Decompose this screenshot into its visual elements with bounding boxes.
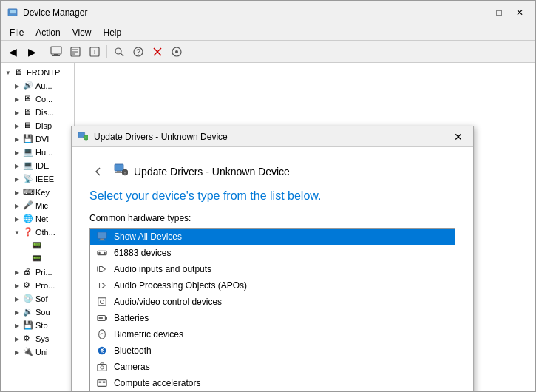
tree-root[interactable]: ▼ 🖥 FRONTP	[1, 66, 74, 79]
maximize-button[interactable]: □	[489, 5, 509, 20]
toolbar-computer-button[interactable]	[47, 43, 65, 61]
item-label: Oth...	[35, 228, 55, 237]
expand-icon	[21, 254, 30, 263]
window-title: Device Manager	[23, 7, 469, 18]
svg-rect-24	[115, 172, 123, 173]
list-item-audio_io[interactable]: Audio inputs and outputs	[90, 261, 455, 277]
minimize-button[interactable]: –	[469, 5, 488, 20]
tree-item-oth[interactable]: ▼ ❓ Oth...	[1, 226, 74, 239]
list-item-compute_acc[interactable]: Compute accelerators	[90, 375, 455, 391]
title-bar-controls: – □ ✕	[469, 5, 529, 20]
toolbar-properties-button[interactable]	[67, 43, 84, 61]
list-item-text-av_control: Audio/video control devices	[114, 297, 222, 307]
tree-item-dvi[interactable]: ▶ 💾 DVI	[1, 132, 74, 146]
toolbar-target-button[interactable]	[168, 43, 186, 61]
dialog-close-button[interactable]: ✕	[450, 129, 467, 144]
menu-bar: File Action View Help	[1, 24, 535, 41]
item-icon: 🖥	[23, 121, 33, 131]
toolbar-update-button[interactable]: !	[86, 43, 104, 61]
tree-item-sou[interactable]: ▶ 🔉 Sou	[1, 305, 74, 319]
svg-point-18	[175, 50, 178, 53]
item-icon: 🔉	[23, 307, 33, 317]
toolbar-uninstall-button[interactable]	[149, 43, 166, 61]
title-bar-icon	[7, 7, 18, 18]
list-item-text-batteries: Batteries	[114, 313, 149, 323]
toolbar-help-button[interactable]: ?	[129, 43, 147, 61]
list-item-icon-bluetooth	[96, 345, 108, 356]
item-icon: 💿	[23, 294, 33, 304]
list-item-text-61883: 61883 devices	[114, 248, 171, 258]
list-item-show_all[interactable]: Show All Devices	[90, 229, 455, 245]
section-label: Common hardware types:	[89, 213, 455, 223]
list-item-av_control[interactable]: Audio/video control devices	[90, 294, 455, 310]
dialog-header-driver-icon: ↑	[113, 162, 128, 180]
menu-item-file[interactable]: File	[4, 26, 30, 39]
hardware-type-list-container: Show All Devices61883 devicesAudio input…	[89, 228, 455, 391]
list-item-text-cameras: Cameras	[114, 362, 150, 372]
dialog-heading: Select your device's type from the list …	[89, 189, 455, 203]
list-item-icon-av_control	[96, 296, 108, 308]
tree-item-au[interactable]: ▶ 🔊 Au...	[1, 79, 74, 92]
tree-item-ieee[interactable]: ▶ 📡 IEEE	[1, 172, 74, 186]
list-item-text-biometric: Biometric devices	[114, 329, 183, 339]
toolbar-back-button[interactable]: ◀	[4, 43, 21, 61]
list-item-icon-show_all	[96, 231, 108, 243]
svg-point-37	[100, 300, 104, 303]
expand-icon: ▶	[13, 214, 21, 223]
item-icon: 💾	[23, 320, 33, 331]
svg-point-32	[104, 252, 106, 254]
tree-item-net[interactable]: ▶ 🌐 Net	[1, 212, 74, 226]
tree-pane: ▼ 🖥 FRONTP ▶ 🔊 Au... ▶ 🖥 Co... ▶ 🖥 Dis..…	[1, 63, 75, 391]
hardware-type-list[interactable]: Show All Devices61883 devicesAudio input…	[90, 229, 455, 391]
list-item-bluetooth[interactable]: Bluetooth	[90, 342, 455, 359]
item-label: DVI	[35, 135, 49, 143]
title-bar: Device Manager – □ ✕	[1, 1, 535, 24]
list-item-cameras[interactable]: Cameras	[90, 359, 455, 375]
svg-rect-46	[99, 381, 102, 383]
item-label: Sou	[35, 308, 50, 317]
tree-item-pro[interactable]: ▶ ⚙ Pro...	[1, 279, 74, 292]
expand-icon: ▶	[13, 334, 21, 343]
main-content: ▼ 🖥 FRONTP ▶ 🔊 Au... ▶ 🖥 Co... ▶ 🖥 Dis..…	[1, 63, 535, 391]
svg-text:↑: ↑	[124, 171, 126, 175]
toolbar-scan-button[interactable]	[110, 43, 128, 61]
tree-item-oth-child2[interactable]: 📟	[1, 252, 74, 266]
tree-item-sto[interactable]: ▶ 💾 Sto	[1, 319, 74, 332]
list-item-apo[interactable]: Audio Processing Objects (APOs)	[90, 277, 455, 294]
expand-icon: ▶	[13, 81, 21, 90]
dialog-back-button[interactable]	[89, 163, 107, 180]
tree-item-hu[interactable]: ▶ 💻 Hu...	[1, 146, 74, 159]
tree-item-key[interactable]: ▶ ⌨ Key	[1, 186, 74, 199]
tree-item-sof[interactable]: ▶ 💿 Sof	[1, 292, 74, 305]
tree-item-co[interactable]: ▶ 🖥 Co...	[1, 92, 74, 106]
toolbar-forward-button[interactable]: ▶	[23, 43, 41, 61]
toolbar-separator-2	[106, 45, 107, 58]
list-item-icon-audio_io	[96, 263, 108, 275]
menu-item-help[interactable]: Help	[98, 26, 128, 39]
expand-icon: ▶	[13, 201, 21, 210]
tree-item-sys[interactable]: ▶ ⚙ Sys	[1, 332, 74, 345]
dialog-title-bar: ↑ Update Drivers - Unknown Device ✕	[72, 126, 473, 147]
menu-item-action[interactable]: Action	[30, 26, 66, 39]
tree-item-ide[interactable]: ▶ 💻 IDE	[1, 159, 74, 172]
tree-item-disp[interactable]: ▶ 🖥 Disp	[1, 119, 74, 132]
list-item-batteries[interactable]: Batteries	[90, 310, 455, 326]
item-label: IEEE	[35, 175, 54, 183]
expand-icon: ▶	[13, 321, 21, 330]
tree-item-oth-child1[interactable]: 📟	[1, 239, 74, 252]
tree-item-uni[interactable]: ▶ 🔌 Uni	[1, 345, 74, 359]
item-label: Dis...	[35, 108, 54, 117]
item-label: IDE	[35, 161, 49, 170]
svg-rect-3	[54, 54, 58, 55]
update-drivers-dialog: ↑ Update Drivers - Unknown Device ✕	[71, 126, 474, 391]
svg-rect-1	[10, 10, 16, 13]
svg-text:?: ?	[136, 48, 140, 56]
window-close-button[interactable]: ✕	[510, 5, 529, 20]
menu-item-view[interactable]: View	[67, 26, 98, 39]
item-label: Pri...	[35, 268, 52, 277]
tree-item-pri[interactable]: ▶ 🖨 Pri...	[1, 266, 74, 279]
tree-item-dis[interactable]: ▶ 🖥 Dis...	[1, 106, 74, 119]
list-item-biometric[interactable]: Biometric devices	[90, 326, 455, 342]
tree-item-mic[interactable]: ▶ 🎤 Mic	[1, 199, 74, 212]
list-item-61883[interactable]: 61883 devices	[90, 245, 455, 261]
